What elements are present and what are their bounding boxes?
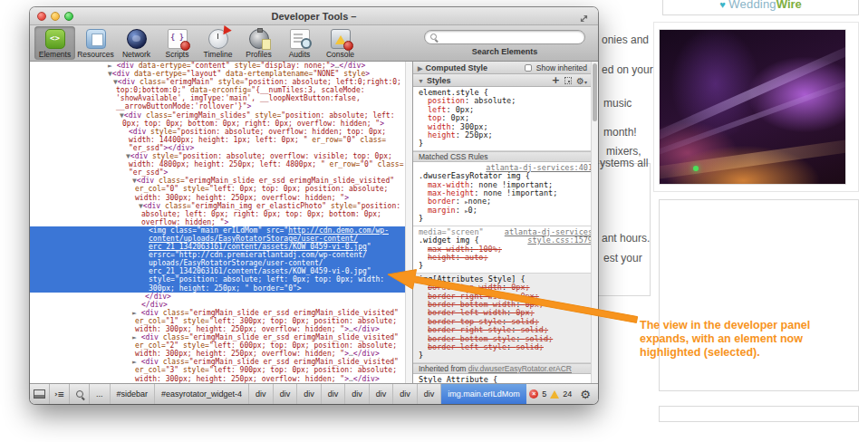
- dom-tree-line[interactable]: 'showAvailable', imgType:'main', __loopN…: [30, 94, 412, 102]
- dom-tree-line-selected[interactable]: content/uploads/EasyRotatorStorage/user-…: [30, 235, 412, 243]
- dom-tree-line[interactable]: width: 4800px; height: 250px; left: 4800…: [30, 160, 412, 168]
- stylesheet-link[interactable]: style.css:1579: [527, 236, 593, 245]
- breadcrumb-item[interactable]: #easyrotator_widget-4: [155, 384, 249, 404]
- minimize-button[interactable]: [51, 12, 60, 21]
- dom-tree-line[interactable]: ▼<div class="erimgMain_slide er_ssd erim…: [30, 177, 412, 185]
- code-segment: "left: 900px; top: 0px; position: absolu…: [209, 366, 397, 374]
- dom-tree-line[interactable]: er_col="1" style="left: 300px; top: 0px;…: [30, 317, 412, 325]
- dom-tree-line[interactable]: ▼<div class="erimgMain_img er_elasticPho…: [30, 202, 412, 210]
- dom-tree-line-selected[interactable]: erc_21_1342063161/content/assets/KOW_045…: [30, 243, 412, 251]
- zoom-button[interactable]: [64, 12, 73, 21]
- collapsed-triangle-icon[interactable]: ▶: [418, 65, 422, 72]
- code-segment: style=: [178, 317, 209, 325]
- dom-tree-line[interactable]: ▼<div class="erimgMain" style="position:…: [30, 78, 412, 86]
- dom-tree-line-selected[interactable]: ersrc="http://cdn.premieratlantadj.com/w…: [30, 251, 412, 259]
- dom-tree-line[interactable]: "er_ssd"></div>: [30, 144, 412, 152]
- dom-tree-line[interactable]: er_col="3" style="left: 900px; top: 0px;…: [30, 366, 412, 374]
- code-segment: "left: 0px; top: 0px; position: absolute…: [209, 185, 388, 193]
- dom-tree-line[interactable]: width: 300px; height: 250px; overflow: h…: [30, 194, 412, 202]
- breadcrumb-item[interactable]: div: [274, 384, 298, 404]
- breadcrumb-item[interactable]: div: [249, 384, 274, 404]
- breadcrumb-item[interactable]: div: [418, 384, 442, 404]
- dom-tree-line-selected[interactable]: uploads/EasyRotatorStorage/user-content/: [30, 259, 412, 267]
- warning-count[interactable]: 24: [563, 389, 572, 399]
- expanded-triangle-icon[interactable]: ▼: [418, 78, 424, 84]
- warning-count-icon[interactable]: [550, 390, 559, 399]
- dom-tree-line[interactable]: overflow: hidden; ">: [30, 218, 412, 226]
- new-style-rule-button[interactable]: +: [552, 75, 560, 86]
- css-property[interactable]: height: auto;: [419, 254, 593, 262]
- dom-tree-line[interactable]: __arrowButtonMode:'rollover'}">: [30, 102, 412, 110]
- devtools-toolbar: ElementsResourcesNetworkScriptsTimelineP…: [30, 25, 598, 62]
- error-count[interactable]: 5: [542, 389, 546, 399]
- dom-tree-line[interactable]: ▼<div data-ertype="layout" data-ertempla…: [30, 70, 412, 78]
- dom-tree-line[interactable]: er_col="2" style="left: 600px; top: 0px;…: [30, 341, 412, 350]
- styles-gear-button[interactable]: ⚙▾: [576, 76, 587, 86]
- close-button[interactable]: [37, 12, 46, 21]
- rule-selector[interactable]: Style Attribute {: [419, 376, 497, 383]
- dom-tree-line[interactable]: </div>: [30, 293, 412, 301]
- dom-tree-line-selected[interactable]: erc_21_1342063161/content/assets/KOW_045…: [30, 267, 412, 275]
- breadcrumb-item[interactable]: div: [370, 384, 394, 404]
- tab-scripts[interactable]: Scripts: [157, 26, 198, 60]
- tab-timeline[interactable]: Timeline: [198, 26, 238, 60]
- tab-audits[interactable]: Audits: [279, 26, 320, 60]
- dom-tree-line[interactable]: </div>: [30, 301, 412, 309]
- dom-tree-line-selected[interactable]: 300px; height: 250px; " border="0">: [30, 284, 412, 293]
- tab-resources[interactable]: Resources: [75, 26, 116, 60]
- css-rule: atlanta-dj-services:401.dwuserEasyRotato…: [413, 162, 598, 226]
- breadcrumb-item[interactable]: div: [297, 384, 322, 404]
- css-property[interactable]: border-left-style: solid;: [419, 343, 593, 351]
- breadcrumb-item[interactable]: div: [322, 384, 346, 404]
- tab-profiles[interactable]: Profiles: [238, 26, 279, 60]
- computed-style-header[interactable]: ▶Computed Style Show inherited: [413, 62, 598, 74]
- dom-tree-line[interactable]: <div style="position: absolute; overflow…: [30, 128, 412, 136]
- settings-gear-icon[interactable]: ⚙: [580, 388, 591, 401]
- dom-tree-line[interactable]: ► <div class="erimgMain_slide er_ssd eri…: [30, 309, 412, 317]
- dom-panel-scrollbar[interactable]: [405, 62, 412, 383]
- window-titlebar[interactable]: Developer Tools –: [30, 7, 598, 25]
- css-property[interactable]: margin: ▶0;: [419, 207, 593, 215]
- dom-tree-line[interactable]: er_col="0" style="left: 0px; top: 0px; p…: [30, 185, 412, 193]
- console-drawer-button[interactable]: ›≡: [50, 384, 70, 404]
- rule-close-brace: }: [419, 215, 593, 223]
- scroll-thumb[interactable]: [593, 63, 597, 121]
- dom-tree-line[interactable]: width: 300px; height: 250px; overflow: h…: [30, 350, 412, 358]
- tab-network[interactable]: Network: [116, 26, 157, 60]
- code-segment: "position: absolute; left:0;right:0;: [245, 78, 401, 86]
- dock-to-bottom-button[interactable]: [30, 384, 50, 404]
- dom-tree-line[interactable]: width: 300px; height: 250px; overflow: h…: [30, 375, 412, 383]
- styles-scrollbar[interactable]: [591, 62, 598, 383]
- dom-tree-line-selected[interactable]: style="position: absolute; left: 0px; to…: [30, 275, 412, 283]
- inherited-from-link[interactable]: div.dwuserEasyRotator.erACR: [468, 364, 572, 373]
- breadcrumb-item[interactable]: div: [345, 384, 370, 404]
- dom-tree-line[interactable]: ► <div class="erimgMain_slide er_ssd eri…: [30, 333, 412, 341]
- search-filter-button[interactable]: [70, 384, 90, 404]
- dom-tree-line[interactable]: ► <div class="erimgMain_slide er_ssd eri…: [30, 358, 412, 366]
- dom-tree-line[interactable]: 0px; top: 0px; bottom: 0px; right: 0px; …: [30, 120, 412, 128]
- dom-tree-line[interactable]: top:0;bottom:0;" data-erconfig="{__numTi…: [30, 86, 412, 94]
- dom-tree-line[interactable]: ▼<div class="erimgMain_slides" style="po…: [30, 111, 412, 120]
- show-inherited-checkbox[interactable]: [525, 64, 532, 72]
- dom-tree-line[interactable]: absolute; left: 0px; right: 0px; top: 0p…: [30, 210, 412, 218]
- css-property[interactable]: height: 250px;: [419, 131, 593, 139]
- error-count-icon[interactable]: ×: [529, 389, 538, 399]
- dom-tree-line[interactable]: width: 14400px; height: 1px; left: 0px; …: [30, 136, 412, 144]
- dom-tree-line[interactable]: ▼<div style="position: absolute; overflo…: [30, 152, 412, 160]
- breadcrumb-item[interactable]: div: [393, 384, 418, 404]
- annotation-line: expands, with an element now: [640, 332, 853, 346]
- dom-tree-line[interactable]: width: 300px; height: 250px; overflow: h…: [30, 325, 412, 333]
- property-value: 250px;: [465, 130, 493, 139]
- dom-tree-line[interactable]: "er_ssd">: [30, 168, 412, 177]
- breadcrumb-item[interactable]: ...: [90, 384, 111, 404]
- breadcrumb-item-selected[interactable]: img.main.erILdMom: [441, 384, 526, 404]
- search-input[interactable]: [424, 30, 585, 44]
- styles-header[interactable]: ▼Styles + ⚙▾: [413, 74, 598, 87]
- dom-tree-line[interactable]: ► <div data-ertype="content" style="disp…: [30, 62, 412, 70]
- tab-console[interactable]: Console: [320, 26, 361, 60]
- tab-elements[interactable]: Elements: [34, 26, 75, 60]
- breadcrumb-item[interactable]: #sidebar: [111, 384, 156, 404]
- element-state-button[interactable]: [564, 77, 572, 84]
- code-segment: "position: absolute; overflow: hidden; t…: [177, 128, 386, 136]
- dom-tree-line-selected[interactable]: <img class="main erILdMom" src="http://c…: [30, 226, 412, 235]
